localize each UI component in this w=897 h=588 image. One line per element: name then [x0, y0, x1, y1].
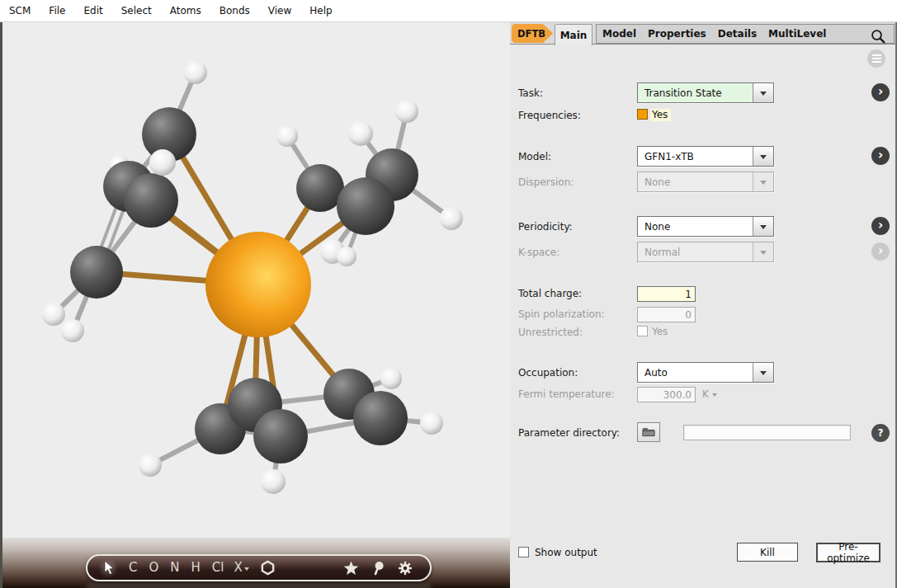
menu-bonds[interactable]: Bonds	[210, 1, 259, 21]
periodicity-value: None	[638, 217, 753, 236]
task-dropdown-arrow-icon[interactable]	[753, 83, 773, 102]
element-h-button[interactable]: H	[191, 562, 201, 574]
task-dropdown[interactable]: Transition State	[637, 82, 774, 103]
atom-hydrogen[interactable]	[348, 121, 373, 146]
periodicity-dropdown-arrow-icon[interactable]	[753, 217, 773, 236]
dispersion-label: Dispersion:	[518, 176, 574, 188]
atom-hydrogen[interactable]	[184, 61, 207, 84]
tab-multilevel[interactable]: MultiLevel	[768, 28, 826, 40]
occupation-dropdown[interactable]: Auto	[637, 362, 774, 383]
task-label: Task:	[518, 87, 543, 99]
pin-tool-icon[interactable]	[372, 561, 385, 576]
panel-tab-bar: DFTB Main Model Properties Details Multi…	[510, 22, 897, 45]
unrestricted-yes-label: Yes	[652, 326, 668, 337]
periodicity-detail-chevron-button[interactable]: ›	[871, 217, 890, 235]
model-value: GFN1-xTB	[638, 147, 753, 166]
model-dropdown[interactable]: GFN1-xTB	[637, 146, 774, 167]
menu-edit[interactable]: Edit	[74, 1, 111, 21]
frequencies-yes-label: Yes	[650, 109, 671, 121]
element-cl-button[interactable]: Cl	[212, 562, 224, 574]
periodicity-label: Periodicity:	[518, 221, 573, 233]
tab-properties[interactable]: Properties	[648, 28, 706, 40]
atom-hydrogen[interactable]	[337, 247, 356, 266]
menu-atoms[interactable]: Atoms	[161, 1, 210, 21]
kspace-detail-chevron-button: ›	[871, 242, 890, 261]
tab-main-label: Main	[560, 30, 588, 41]
menu-view[interactable]: View	[259, 1, 300, 21]
tab-group: Model Properties Details MultiLevel	[596, 24, 895, 44]
atom-hydrogen[interactable]	[420, 412, 443, 435]
tab-main-active[interactable]: Main	[555, 24, 592, 45]
atom-hydrogen[interactable]	[139, 454, 162, 477]
menu-file[interactable]: File	[40, 1, 74, 21]
frequencies-checkbox[interactable]	[637, 109, 648, 120]
parameter-directory-input[interactable]	[683, 425, 851, 440]
menu-help[interactable]: Help	[300, 1, 341, 21]
atom-carbon[interactable]	[70, 246, 123, 299]
atom-metal[interactable]	[205, 232, 311, 337]
occupation-value: Auto	[638, 363, 753, 382]
fermi-temperature-input	[637, 387, 696, 402]
fermi-temperature-unit-dropdown: K	[702, 388, 717, 400]
tab-details[interactable]: Details	[718, 28, 757, 40]
frequencies-label: Frequencies:	[518, 110, 581, 121]
periodicity-dropdown[interactable]: None	[637, 216, 774, 237]
atom-carbon[interactable]	[124, 173, 178, 228]
atom-hydrogen[interactable]	[261, 469, 286, 494]
panel-menu-icon[interactable]	[867, 49, 885, 68]
tab-model[interactable]: Model	[602, 28, 636, 40]
kspace-value: Normal	[638, 242, 753, 261]
atom-hydrogen[interactable]	[149, 149, 176, 176]
element-toolbar: C O N H Cl X	[86, 554, 432, 581]
parameter-directory-help-button[interactable]: ?	[871, 424, 890, 442]
atom-hydrogen[interactable]	[276, 125, 298, 147]
unrestricted-checkbox	[637, 326, 648, 336]
dispersion-dropdown: None	[637, 172, 774, 192]
element-o-button[interactable]: O	[149, 562, 158, 574]
molecule-canvas[interactable]	[0, 22, 510, 588]
element-picker-caret-icon	[244, 567, 249, 573]
atom-hydrogen[interactable]	[440, 207, 463, 230]
atom-hydrogen[interactable]	[395, 100, 418, 123]
browse-folder-button[interactable]	[637, 422, 660, 442]
atom-carbon[interactable]	[337, 177, 394, 235]
atom-carbon[interactable]	[253, 409, 308, 463]
model-detail-chevron-button[interactable]: ›	[871, 147, 890, 165]
ring-structure-tool-icon[interactable]	[260, 560, 276, 576]
model-dropdown-arrow-icon[interactable]	[753, 147, 773, 166]
atom-carbon[interactable]	[353, 391, 408, 445]
task-value: Transition State	[638, 83, 753, 102]
show-output-label: Show output	[535, 547, 597, 558]
occupation-dropdown-arrow-icon[interactable]	[753, 363, 773, 382]
select-cursor-tool-icon[interactable]	[98, 558, 118, 578]
fermi-temperature-label: Fermi temperature:	[518, 388, 615, 400]
menu-select[interactable]: Select	[112, 1, 161, 21]
spin-polarization-input	[637, 307, 696, 322]
atom-hydrogen[interactable]	[61, 319, 84, 342]
total-charge-label: Total charge:	[518, 288, 582, 299]
preoptimize-button[interactable]: Pre-optimize	[816, 543, 880, 562]
atom-hydrogen[interactable]	[42, 303, 65, 326]
show-output-checkbox[interactable]	[518, 547, 529, 557]
fermi-unit-label: K	[702, 388, 709, 400]
parameter-directory-label: Parameter directory:	[518, 427, 620, 439]
total-charge-input[interactable]	[637, 286, 696, 302]
task-detail-chevron-button[interactable]: ›	[871, 83, 890, 101]
settings-gear-icon[interactable]	[398, 561, 413, 576]
kill-button[interactable]: Kill	[737, 543, 798, 562]
atom-hydrogen[interactable]	[380, 368, 402, 389]
menu-scm[interactable]: SCM	[0, 1, 40, 21]
spin-polarization-label: Spin polarization:	[518, 308, 605, 320]
element-x-picker[interactable]: X	[234, 562, 248, 574]
molecule-viewport[interactable]: C O N H Cl X	[0, 22, 510, 588]
kspace-dropdown-arrow-icon	[753, 242, 773, 261]
search-icon[interactable]	[871, 29, 885, 44]
unrestricted-label: Unrestricted:	[518, 327, 583, 338]
structures-star-icon[interactable]	[343, 561, 359, 576]
element-n-button[interactable]: N	[170, 562, 179, 574]
menu-bar: SCM File Edit Select Atoms Bonds View He…	[0, 0, 897, 22]
product-tab-dftb[interactable]: DFTB	[512, 24, 553, 43]
kspace-dropdown: Normal	[637, 242, 774, 262]
element-c-button[interactable]: C	[129, 562, 137, 574]
input-panel: DFTB Main Model Properties Details Multi…	[510, 22, 897, 588]
